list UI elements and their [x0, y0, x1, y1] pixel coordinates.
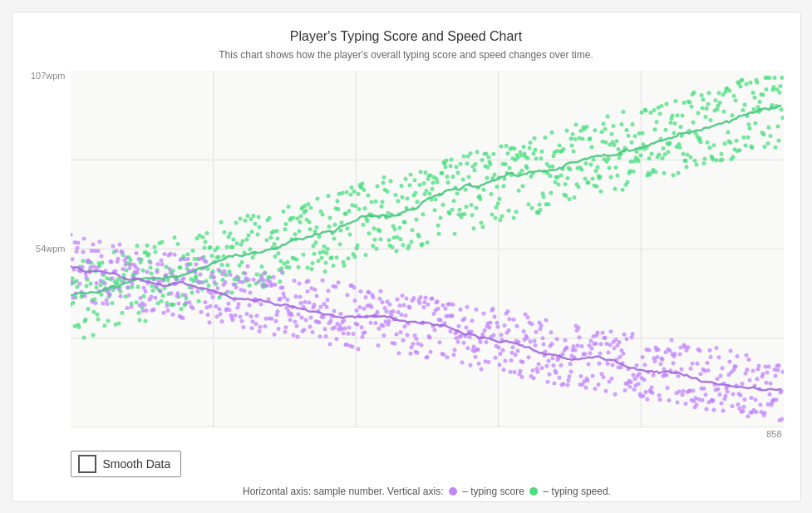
speed-dot [529, 487, 538, 496]
chart-area: 107wpm 54wpm 858 [29, 71, 784, 444]
chart-container: Player's Typing Score and Speed Chart Th… [12, 12, 801, 502]
legend-smooth-box [78, 455, 96, 473]
y-axis: 107wpm 54wpm [29, 71, 71, 444]
plot-wrapper: 858 [71, 71, 784, 444]
axis-desc-score: – typing score [462, 486, 524, 497]
legend-smooth-label: Smooth Data [103, 457, 171, 471]
y-bottom-label [62, 417, 65, 427]
axis-description: Horizontal axis: sample number. Vertical… [71, 486, 784, 497]
y-mid-label: 54wpm [36, 244, 65, 254]
axis-desc-speed: – typing speed. [544, 486, 611, 497]
x-max-label: 858 [71, 429, 784, 443]
scatter-chart [71, 71, 784, 428]
legend-area: Smooth Data Horizontal axis: sample numb… [29, 451, 784, 497]
legend-smooth-data[interactable]: Smooth Data [71, 451, 182, 477]
chart-subtitle: This chart shows how the player's overal… [219, 49, 593, 61]
score-dot [449, 487, 457, 496]
y-top-label: 107wpm [31, 71, 66, 81]
chart-title: Player's Typing Score and Speed Chart [290, 29, 522, 44]
axis-desc-prefix: Horizontal axis: sample number. Vertical… [243, 486, 443, 497]
